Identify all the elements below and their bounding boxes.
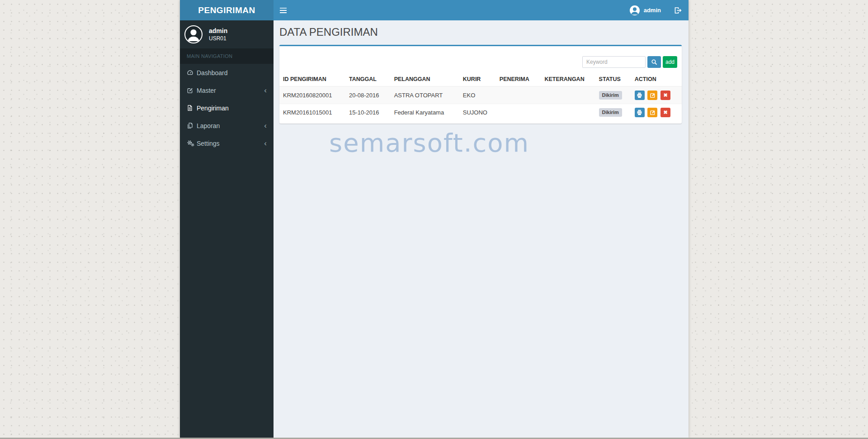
printer-icon (637, 110, 642, 115)
chevron-left-icon: ‹ (264, 86, 267, 94)
column-header: ID PENGIRIMAN (279, 72, 345, 86)
sidebar-user-panel: admin USR01 (180, 20, 274, 48)
sidebar-item-laporan[interactable]: Laporan ‹ (180, 117, 274, 134)
sidebar-item-dashboard[interactable]: Dashboard (180, 64, 274, 81)
sidebar-item-label: Settings (197, 140, 220, 147)
user-avatar-icon (630, 5, 640, 15)
copy-files-icon (187, 122, 196, 129)
edit-icon (187, 87, 196, 94)
navbar-user-name: admin (644, 7, 661, 14)
edit-icon (650, 92, 656, 98)
column-header: TANGGAL (345, 72, 391, 86)
gears-icon (187, 140, 196, 147)
sidebar-toggle-button[interactable] (274, 0, 292, 20)
add-button[interactable]: add (663, 56, 677, 68)
chevron-left-icon: ‹ (264, 139, 267, 147)
top-navbar: admin (274, 0, 689, 20)
data-table: ID PENGIRIMAN TANGGAL PELANGGAN KURIR PE… (279, 72, 682, 121)
sidebar-item-pengiriman[interactable]: Pengiriman (180, 99, 274, 117)
search-icon (651, 59, 658, 66)
search-button[interactable] (647, 56, 661, 68)
dashboard-icon (187, 69, 196, 76)
sidebar-item-label: Master (197, 87, 216, 94)
data-box: add ID PENGIRIMAN TANGGAL PELANGGAN KURI… (279, 45, 682, 124)
delete-button[interactable]: ✖ (660, 91, 670, 100)
navbar-right: admin (623, 0, 689, 20)
column-header: KURIR (459, 72, 496, 86)
cell-kurir: SUJONO (459, 104, 496, 121)
box-toolbar: add (279, 46, 682, 72)
edit-icon (650, 110, 656, 115)
desktop-background: { "app": { "logo_title": "PENGIRIMAN", "… (0, 0, 868, 439)
delete-button[interactable]: ✖ (660, 108, 670, 117)
file-text-icon (187, 105, 196, 111)
navbar-user-menu[interactable]: admin (623, 0, 667, 20)
app-window: PENGIRIMAN admin (180, 0, 689, 438)
sign-out-icon (674, 7, 682, 14)
sidebar-item-label: Laporan (197, 122, 220, 129)
cell-pelanggan: Federal Karyatama (391, 104, 459, 121)
table-row: KRM20161015001 15-10-2016 Federal Karyat… (279, 104, 682, 121)
print-button[interactable] (635, 91, 645, 100)
cell-kurir: EKO (459, 86, 496, 104)
status-badge: Dikirim (599, 91, 622, 99)
column-header: PENERIMA (496, 72, 541, 86)
app-logo[interactable]: PENGIRIMAN (180, 0, 274, 20)
sidebar: admin USR01 MAIN NAVIGATION Dashboard (180, 20, 274, 438)
cell-tanggal: 15-10-2016 (345, 104, 391, 121)
main-content: DATA PENGIRIMAN add ID PENGIRI (274, 20, 689, 438)
column-header: ACTION (631, 72, 682, 86)
cell-penerima (496, 104, 541, 121)
sidebar-user-id: USR01 (209, 35, 227, 42)
close-x-icon: ✖ (663, 110, 667, 115)
table-header-row: ID PENGIRIMAN TANGGAL PELANGGAN KURIR PE… (279, 72, 682, 86)
edit-button[interactable] (647, 91, 657, 100)
sidebar-section-header: MAIN NAVIGATION (180, 48, 274, 64)
search-input[interactable] (582, 56, 646, 68)
status-badge: Dikirim (599, 108, 622, 116)
page-title: DATA PENGIRIMAN (279, 26, 682, 38)
sidebar-user-name: admin (209, 27, 227, 35)
close-x-icon: ✖ (663, 93, 667, 98)
cell-penerima (496, 86, 541, 104)
column-header: PELANGGAN (391, 72, 459, 86)
column-header: KETERANGAN (541, 72, 595, 86)
cell-id-pengiriman: KRM20160820001 (279, 86, 345, 104)
user-avatar-icon (184, 25, 203, 43)
sidebar-item-label: Pengiriman (197, 105, 229, 112)
table-row: KRM20160820001 20-08-2016 ASTRA OTOPART … (279, 86, 682, 104)
sidebar-item-settings[interactable]: Settings ‹ (180, 134, 274, 152)
cell-pelanggan: ASTRA OTOPART (391, 86, 459, 104)
chevron-left-icon: ‹ (264, 122, 267, 129)
printer-icon (637, 92, 642, 98)
print-button[interactable] (635, 108, 645, 117)
cell-keterangan (541, 86, 595, 104)
cell-tanggal: 20-08-2016 (345, 86, 391, 104)
cell-id-pengiriman: KRM20161015001 (279, 104, 345, 121)
edit-button[interactable] (647, 108, 657, 117)
column-header: STATUS (595, 72, 631, 86)
logout-button[interactable] (667, 0, 689, 20)
sidebar-item-label: Dashboard (197, 69, 228, 76)
sidebar-item-master[interactable]: Master ‹ (180, 81, 274, 99)
cell-keterangan (541, 104, 595, 121)
